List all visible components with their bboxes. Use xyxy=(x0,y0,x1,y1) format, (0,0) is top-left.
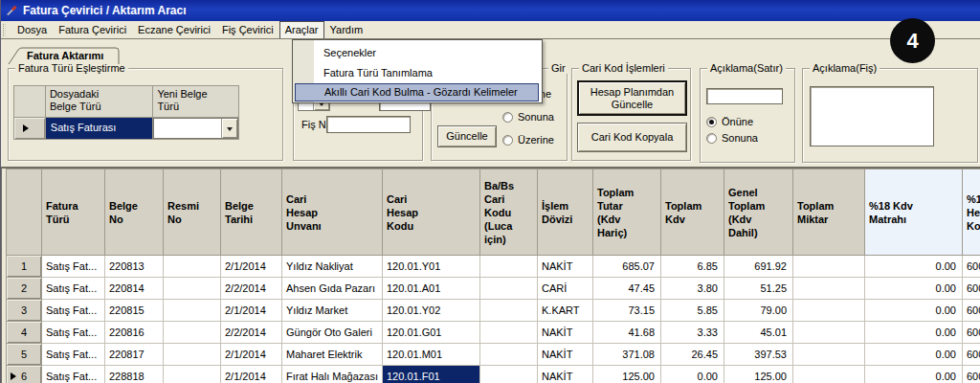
grid-cell[interactable]: 5.85 xyxy=(661,300,724,322)
grid-cell[interactable]: 79.00 xyxy=(724,300,793,322)
menu-araclar[interactable]: Araçlar xyxy=(279,21,324,38)
grid-cell[interactable] xyxy=(793,366,865,383)
grid-cell[interactable]: NAKİT xyxy=(538,366,593,383)
grid-cell[interactable] xyxy=(164,344,221,366)
grid-cell[interactable]: 120.01.A01 xyxy=(383,278,480,300)
menuitem-fatura-turu-tanimlama[interactable]: Fatura Türü Tanımlama xyxy=(295,63,539,82)
grid-row-selector[interactable]: 4 xyxy=(7,322,42,344)
grid-row-selector[interactable]: 3 xyxy=(7,300,42,322)
mini-col-yeni-belge-turu[interactable]: Yeni Belge Türü xyxy=(153,86,239,118)
grid-cell[interactable]: Satış Fat... xyxy=(42,300,105,322)
grid-col-header[interactable]: Toplam Kdv xyxy=(661,169,724,256)
grid-cell[interactable] xyxy=(480,256,538,278)
combo-value[interactable] xyxy=(154,119,221,138)
grid-cell[interactable]: 125.00 xyxy=(593,366,661,383)
menu-fis-cevirici[interactable]: Fiş Çevirici xyxy=(216,21,279,38)
menuitem-akilli-cari-kod-bulma[interactable]: Akıllı Cari Kod Bulma - Gözardı Kelimele… xyxy=(295,83,539,101)
grid-cell[interactable]: NAKİT xyxy=(538,256,593,278)
grid-cell[interactable]: 220813 xyxy=(105,256,164,278)
grid-row-selector[interactable]: 6 xyxy=(7,366,42,383)
grid-cell[interactable]: 51.25 xyxy=(724,278,793,300)
grid-cell[interactable]: 691.92 xyxy=(724,256,793,278)
combo-dropdown-button[interactable] xyxy=(221,119,237,138)
hesap-planimdan-guncelle-button[interactable]: Hesap Planımdan Güncelle xyxy=(577,80,687,116)
grid-cell[interactable]: 6.85 xyxy=(661,256,724,278)
grid-col-header[interactable]: Belge Tarihi xyxy=(221,169,282,256)
grid-row-selector[interactable]: 1 xyxy=(7,256,42,278)
grid-col-header[interactable]: %18 Kdv Matrahı xyxy=(865,169,963,256)
grid-cell[interactable]: 685.07 xyxy=(593,256,661,278)
grid-cell[interactable]: Satış Fat... xyxy=(42,256,105,278)
grid-cell[interactable]: 600 xyxy=(963,366,980,383)
grid-cell[interactable]: NAKİT xyxy=(538,322,593,344)
radio-onune-satir[interactable]: Önüne xyxy=(706,116,753,127)
grid-cell[interactable]: Fırat Halı Mağazası xyxy=(282,366,383,383)
grid-cell[interactable]: NAKİT xyxy=(538,344,593,366)
menu-eczane-cevirici[interactable]: Eczane Çevirici xyxy=(132,21,216,38)
grid-cell[interactable] xyxy=(164,366,221,383)
grid-cell[interactable]: 0.00 xyxy=(865,366,963,383)
grid-cell[interactable]: 47.45 xyxy=(593,278,661,300)
aciklama-satir-input[interactable] xyxy=(706,88,783,104)
grid-cell[interactable] xyxy=(164,256,221,278)
grid-cell[interactable]: 0.00 xyxy=(865,344,963,366)
grid-cell[interactable]: K.KART xyxy=(538,300,593,322)
grid-cell[interactable]: 120.01.M01 xyxy=(383,344,480,366)
grid-cell[interactable]: 0.00 xyxy=(865,278,963,300)
grid-cell[interactable]: 220817 xyxy=(105,344,164,366)
grid-col-header[interactable]: Toplam Tutar (Kdv Hariç) xyxy=(593,169,661,256)
menu-yardim[interactable]: Yardım xyxy=(324,21,369,38)
radio-sonuna[interactable]: Sonuna xyxy=(502,111,554,123)
grid-cell[interactable]: Yıldız Nakliyat xyxy=(282,256,383,278)
grid-cell[interactable]: 2/1/2014 xyxy=(221,344,282,366)
grid-col-header[interactable]: Ba/Bs Cari Kodu (Luca için) xyxy=(480,169,538,256)
grid-cell[interactable]: 371.08 xyxy=(593,344,661,366)
grid-cell[interactable] xyxy=(480,278,538,300)
grid-cell[interactable]: 125.00 xyxy=(724,366,793,383)
grid-cell[interactable] xyxy=(793,300,865,322)
grid-cell[interactable] xyxy=(480,300,538,322)
grid-cell[interactable] xyxy=(164,278,221,300)
grid-cell[interactable]: 3.33 xyxy=(661,322,724,344)
mini-col-dosyadaki-belge-turu[interactable]: Dosyadaki Belge Türü xyxy=(46,86,154,118)
grid-cell[interactable]: 0.00 xyxy=(865,300,963,322)
grid-cell[interactable]: 397.53 xyxy=(724,344,793,366)
grid-cell[interactable]: 2/1/2014 xyxy=(221,256,282,278)
grid-cell[interactable]: 120.01.Y02 xyxy=(383,300,480,322)
aciklama-fis-textarea[interactable] xyxy=(810,86,934,146)
grid-cell[interactable] xyxy=(793,322,865,344)
grid-cell[interactable]: Satış Fat... xyxy=(42,278,105,300)
fis-no-input[interactable] xyxy=(326,116,411,133)
grid-cell[interactable]: CARİ xyxy=(538,278,593,300)
grid-cell[interactable] xyxy=(793,256,865,278)
grid-cell[interactable] xyxy=(164,300,221,322)
grid-cell[interactable]: 220814 xyxy=(105,278,164,300)
grid-cell[interactable]: 600 xyxy=(963,256,980,278)
grid-cell[interactable]: Güngör Oto Galeri xyxy=(282,322,383,344)
grid-cell[interactable]: Satış Fat... xyxy=(42,344,105,366)
grid-row-selector[interactable]: 5 xyxy=(7,344,42,366)
grid-cell[interactable]: Satış Fat... xyxy=(42,366,105,383)
menu-fatura-cevirici[interactable]: Fatura Çevirici xyxy=(53,21,132,38)
grid-cell[interactable] xyxy=(793,344,865,366)
grid-cell[interactable]: 2/1/2014 xyxy=(221,366,282,383)
grid-cell[interactable]: 600 xyxy=(963,322,980,344)
grid-col-header[interactable]: İşlem Dövizi xyxy=(538,169,593,256)
grid-col-header[interactable]: Genel Toplam (Kdv Dahil) xyxy=(724,169,793,256)
cari-kod-kopyala-button[interactable]: Cari Kod Kopyala xyxy=(577,123,687,152)
grid-col-header[interactable]: %18 Kdv Hesap Kodu xyxy=(963,169,980,256)
grid-cell[interactable]: Ahsen Gıda Pazarı xyxy=(282,278,383,300)
grid-cell[interactable]: Yıldız Market xyxy=(282,300,383,322)
grid-corner-header[interactable] xyxy=(7,169,42,256)
grid-cell[interactable] xyxy=(480,322,538,344)
grid-cell[interactable] xyxy=(164,322,221,344)
grid-cell[interactable]: 120.01.F01 xyxy=(383,366,480,383)
grid-row-selector[interactable]: 2 xyxy=(7,278,42,300)
grid-cell[interactable]: 120.01.G01 xyxy=(383,322,480,344)
guncelle-button[interactable]: Güncelle xyxy=(437,125,497,147)
grid-cell[interactable]: 73.15 xyxy=(593,300,661,322)
grid-cell[interactable]: Maharet Elektrik xyxy=(282,344,383,366)
grid-cell[interactable]: 2/1/2014 xyxy=(221,300,282,322)
grid-cell[interactable]: 600 xyxy=(963,300,980,322)
grid-cell[interactable]: 3.80 xyxy=(661,278,724,300)
